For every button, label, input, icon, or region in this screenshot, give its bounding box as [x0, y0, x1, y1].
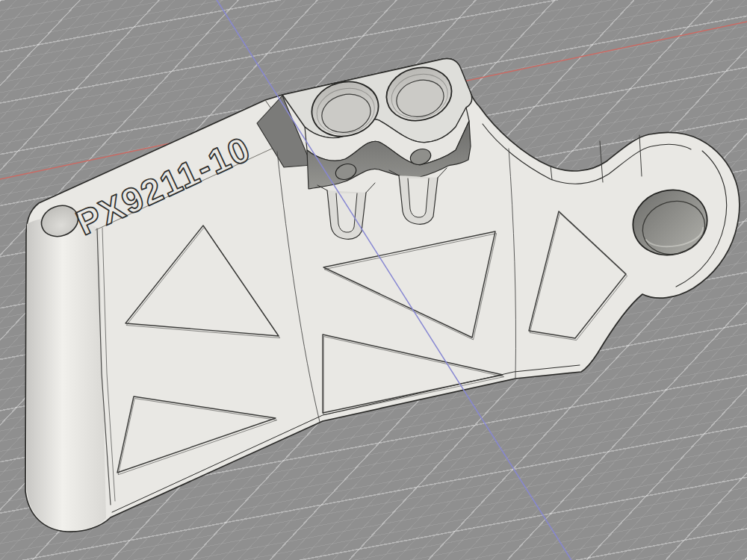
cad-viewport[interactable]: PX9211-10: [0, 0, 747, 560]
barrel-face[interactable]: [27, 217, 106, 531]
model-canvas[interactable]: PX9211-10: [0, 0, 747, 560]
part-body[interactable]: PX9211-10: [25, 59, 740, 532]
